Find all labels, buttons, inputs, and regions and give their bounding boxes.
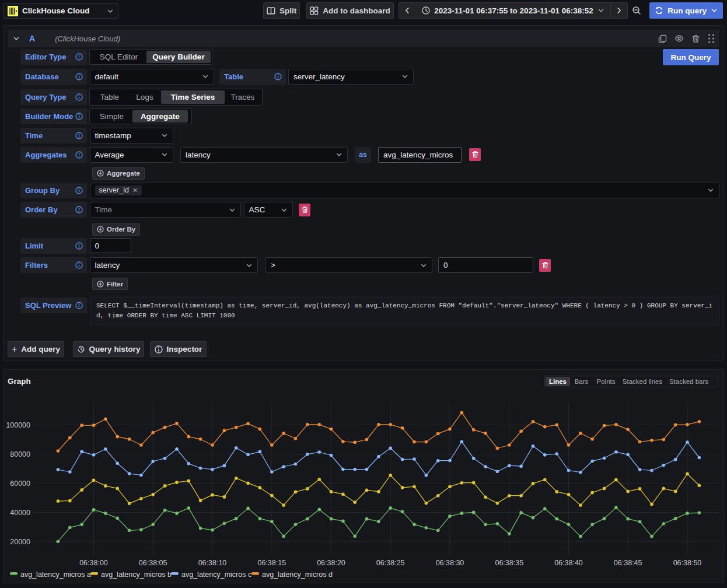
svg-text:06:38:50: 06:38:50 bbox=[673, 559, 702, 567]
svg-text:60000: 60000 bbox=[10, 480, 30, 488]
svg-text:avg_latency_micros a: avg_latency_micros a bbox=[20, 570, 91, 579]
svg-text:06:38:45: 06:38:45 bbox=[614, 559, 642, 567]
svg-text:avg_latency_micros d: avg_latency_micros d bbox=[262, 570, 333, 579]
svg-text:80000: 80000 bbox=[10, 450, 30, 459]
svg-text:06:38:15: 06:38:15 bbox=[257, 559, 286, 567]
svg-text:avg_latency_micros c: avg_latency_micros c bbox=[181, 570, 251, 579]
svg-text:avg_latency_micros b: avg_latency_micros b bbox=[101, 570, 172, 579]
svg-text:06:38:25: 06:38:25 bbox=[376, 559, 405, 567]
svg-text:06:38:40: 06:38:40 bbox=[554, 559, 583, 567]
svg-text:06:38:05: 06:38:05 bbox=[139, 559, 167, 567]
svg-text:06:38:00: 06:38:00 bbox=[79, 559, 108, 567]
svg-text:40000: 40000 bbox=[10, 509, 30, 517]
svg-text:06:38:10: 06:38:10 bbox=[198, 559, 227, 567]
svg-text:06:38:35: 06:38:35 bbox=[495, 559, 523, 567]
svg-text:100000: 100000 bbox=[6, 421, 30, 429]
svg-text:06:38:20: 06:38:20 bbox=[317, 559, 345, 567]
svg-text:20000: 20000 bbox=[10, 538, 30, 546]
svg-text:06:38:30: 06:38:30 bbox=[436, 559, 464, 567]
